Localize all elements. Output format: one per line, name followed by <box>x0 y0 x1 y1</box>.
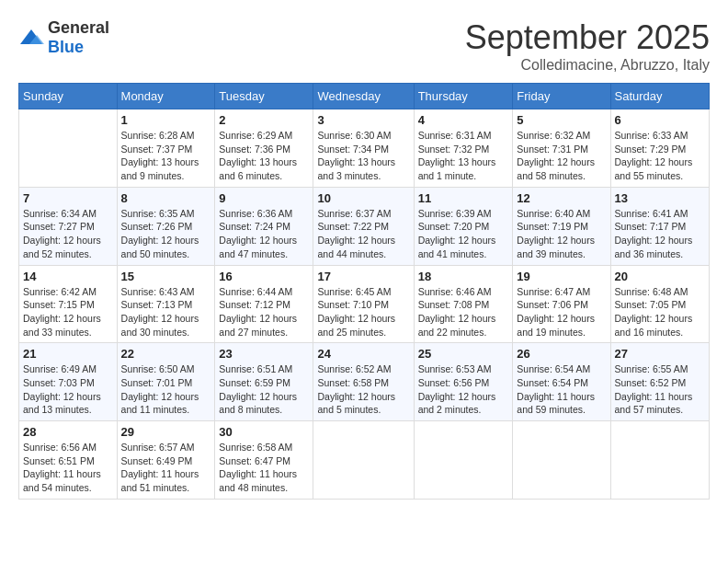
day-number: 10 <box>317 191 409 205</box>
day-info: Sunrise: 6:30 AM Sunset: 7:34 PM Dayligh… <box>317 129 409 183</box>
title-area: September 2025 Colledimacine, Abruzzo, I… <box>465 18 710 74</box>
calendar-cell: 3Sunrise: 6:30 AM Sunset: 7:34 PM Daylig… <box>313 109 414 188</box>
calendar-cell <box>414 421 513 500</box>
calendar-cell: 30Sunrise: 6:58 AM Sunset: 6:47 PM Dayli… <box>215 421 313 500</box>
day-number: 25 <box>418 347 509 361</box>
month-title: September 2025 <box>465 18 710 57</box>
day-number: 17 <box>317 270 409 283</box>
day-number: 19 <box>517 270 606 283</box>
day-number: 22 <box>121 347 211 361</box>
day-number: 8 <box>121 191 211 205</box>
page-header: General Blue September 2025 Colledimacin… <box>18 18 710 74</box>
calendar-cell: 15Sunrise: 6:43 AM Sunset: 7:13 PM Dayli… <box>117 265 215 343</box>
calendar-cell: 5Sunrise: 6:32 AM Sunset: 7:31 PM Daylig… <box>513 109 610 188</box>
day-number: 1 <box>121 113 211 127</box>
calendar-cell <box>610 421 709 500</box>
day-number: 20 <box>615 270 705 283</box>
day-info: Sunrise: 6:50 AM Sunset: 7:01 PM Dayligh… <box>121 362 211 417</box>
day-number: 16 <box>219 270 309 283</box>
calendar-week-4: 28Sunrise: 6:56 AM Sunset: 6:51 PM Dayli… <box>19 421 710 500</box>
day-number: 4 <box>418 113 509 127</box>
day-info: Sunrise: 6:31 AM Sunset: 7:32 PM Dayligh… <box>418 129 509 183</box>
day-info: Sunrise: 6:34 AM Sunset: 7:27 PM Dayligh… <box>23 207 113 261</box>
day-info: Sunrise: 6:32 AM Sunset: 7:31 PM Dayligh… <box>517 129 606 183</box>
calendar-cell <box>19 109 118 188</box>
calendar-cell: 9Sunrise: 6:36 AM Sunset: 7:24 PM Daylig… <box>215 187 313 265</box>
calendar-cell: 7Sunrise: 6:34 AM Sunset: 7:27 PM Daylig… <box>19 187 118 265</box>
calendar-header: SundayMondayTuesdayWednesdayThursdayFrid… <box>19 84 710 109</box>
day-info: Sunrise: 6:41 AM Sunset: 7:17 PM Dayligh… <box>615 207 705 261</box>
day-number: 13 <box>615 191 705 205</box>
weekday-header-friday: Friday <box>513 84 610 109</box>
day-info: Sunrise: 6:58 AM Sunset: 6:47 PM Dayligh… <box>219 441 309 495</box>
calendar-cell: 28Sunrise: 6:56 AM Sunset: 6:51 PM Dayli… <box>19 421 118 500</box>
calendar-cell: 20Sunrise: 6:48 AM Sunset: 7:05 PM Dayli… <box>610 265 709 343</box>
logo-text: General Blue <box>48 18 109 57</box>
day-info: Sunrise: 6:53 AM Sunset: 6:56 PM Dayligh… <box>418 362 509 417</box>
day-number: 26 <box>517 347 606 361</box>
weekday-header-wednesday: Wednesday <box>313 84 414 109</box>
day-info: Sunrise: 6:37 AM Sunset: 7:22 PM Dayligh… <box>317 207 409 261</box>
calendar-cell: 21Sunrise: 6:49 AM Sunset: 7:03 PM Dayli… <box>19 343 118 421</box>
day-number: 5 <box>517 113 606 127</box>
day-number: 11 <box>418 191 509 205</box>
day-number: 9 <box>219 191 309 205</box>
day-number: 14 <box>23 270 113 283</box>
calendar-week-1: 7Sunrise: 6:34 AM Sunset: 7:27 PM Daylig… <box>19 187 710 265</box>
logo-general: General <box>48 18 109 37</box>
calendar-cell: 2Sunrise: 6:29 AM Sunset: 7:36 PM Daylig… <box>215 109 313 188</box>
day-info: Sunrise: 6:40 AM Sunset: 7:19 PM Dayligh… <box>517 207 606 261</box>
location-title: Colledimacine, Abruzzo, Italy <box>465 57 710 74</box>
calendar-cell: 6Sunrise: 6:33 AM Sunset: 7:29 PM Daylig… <box>610 109 709 188</box>
calendar-cell: 12Sunrise: 6:40 AM Sunset: 7:19 PM Dayli… <box>513 187 610 265</box>
day-info: Sunrise: 6:49 AM Sunset: 7:03 PM Dayligh… <box>23 362 113 417</box>
calendar-cell: 4Sunrise: 6:31 AM Sunset: 7:32 PM Daylig… <box>414 109 513 188</box>
calendar-cell: 11Sunrise: 6:39 AM Sunset: 7:20 PM Dayli… <box>414 187 513 265</box>
day-number: 30 <box>219 425 309 439</box>
calendar-cell: 19Sunrise: 6:47 AM Sunset: 7:06 PM Dayli… <box>513 265 610 343</box>
day-info: Sunrise: 6:44 AM Sunset: 7:12 PM Dayligh… <box>219 285 309 339</box>
calendar-cell <box>513 421 610 500</box>
calendar-cell: 1Sunrise: 6:28 AM Sunset: 7:37 PM Daylig… <box>117 109 215 188</box>
day-info: Sunrise: 6:33 AM Sunset: 7:29 PM Dayligh… <box>615 129 705 183</box>
day-info: Sunrise: 6:35 AM Sunset: 7:26 PM Dayligh… <box>121 207 211 261</box>
calendar-cell: 25Sunrise: 6:53 AM Sunset: 6:56 PM Dayli… <box>414 343 513 421</box>
calendar-body: 1Sunrise: 6:28 AM Sunset: 7:37 PM Daylig… <box>19 109 710 500</box>
day-info: Sunrise: 6:55 AM Sunset: 6:52 PM Dayligh… <box>615 362 705 417</box>
calendar-cell <box>313 421 414 500</box>
day-number: 29 <box>121 425 211 439</box>
calendar-cell: 29Sunrise: 6:57 AM Sunset: 6:49 PM Dayli… <box>117 421 215 500</box>
day-number: 7 <box>23 191 113 205</box>
day-info: Sunrise: 6:46 AM Sunset: 7:08 PM Dayligh… <box>418 285 509 339</box>
calendar-cell: 13Sunrise: 6:41 AM Sunset: 7:17 PM Dayli… <box>610 187 709 265</box>
calendar-week-2: 14Sunrise: 6:42 AM Sunset: 7:15 PM Dayli… <box>19 265 710 343</box>
calendar-cell: 8Sunrise: 6:35 AM Sunset: 7:26 PM Daylig… <box>117 187 215 265</box>
day-info: Sunrise: 6:28 AM Sunset: 7:37 PM Dayligh… <box>121 129 211 183</box>
logo-icon <box>18 28 44 48</box>
day-info: Sunrise: 6:51 AM Sunset: 6:59 PM Dayligh… <box>219 362 309 417</box>
day-info: Sunrise: 6:29 AM Sunset: 7:36 PM Dayligh… <box>219 129 309 183</box>
calendar-cell: 26Sunrise: 6:54 AM Sunset: 6:54 PM Dayli… <box>513 343 610 421</box>
day-number: 3 <box>317 113 409 127</box>
day-number: 28 <box>23 425 113 439</box>
day-info: Sunrise: 6:56 AM Sunset: 6:51 PM Dayligh… <box>23 441 113 495</box>
day-info: Sunrise: 6:43 AM Sunset: 7:13 PM Dayligh… <box>121 285 211 339</box>
logo: General Blue <box>18 18 109 57</box>
calendar-cell: 14Sunrise: 6:42 AM Sunset: 7:15 PM Dayli… <box>19 265 118 343</box>
day-info: Sunrise: 6:36 AM Sunset: 7:24 PM Dayligh… <box>219 207 309 261</box>
day-number: 27 <box>615 347 705 361</box>
day-number: 18 <box>418 270 509 283</box>
day-info: Sunrise: 6:42 AM Sunset: 7:15 PM Dayligh… <box>23 285 113 339</box>
day-number: 12 <box>517 191 606 205</box>
day-number: 24 <box>317 347 409 361</box>
day-number: 15 <box>121 270 211 283</box>
calendar-week-0: 1Sunrise: 6:28 AM Sunset: 7:37 PM Daylig… <box>19 109 710 188</box>
weekday-header-monday: Monday <box>117 84 215 109</box>
calendar-cell: 16Sunrise: 6:44 AM Sunset: 7:12 PM Dayli… <box>215 265 313 343</box>
calendar-cell: 18Sunrise: 6:46 AM Sunset: 7:08 PM Dayli… <box>414 265 513 343</box>
calendar-cell: 22Sunrise: 6:50 AM Sunset: 7:01 PM Dayli… <box>117 343 215 421</box>
calendar-cell: 24Sunrise: 6:52 AM Sunset: 6:58 PM Dayli… <box>313 343 414 421</box>
calendar-cell: 27Sunrise: 6:55 AM Sunset: 6:52 PM Dayli… <box>610 343 709 421</box>
day-number: 2 <box>219 113 309 127</box>
day-info: Sunrise: 6:57 AM Sunset: 6:49 PM Dayligh… <box>121 441 211 495</box>
